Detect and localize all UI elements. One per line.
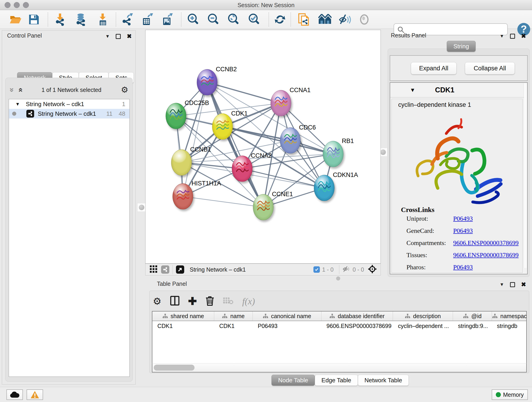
- network-list-options-gear-icon[interactable]: ⚙: [121, 86, 128, 94]
- gene-section-header[interactable]: ▼ CDK1: [390, 83, 524, 97]
- results-scrollbar[interactable]: [524, 83, 527, 268]
- results-panel-close-icon[interactable]: ✖: [521, 32, 526, 40]
- table-cell[interactable]: P06493: [253, 321, 322, 331]
- node-HIST1H1A[interactable]: [172, 183, 193, 210]
- import-network-icon: [54, 13, 66, 26]
- export-table-button[interactable]: [140, 13, 154, 26]
- node-CDC25B[interactable]: [166, 103, 186, 129]
- tree-expand-icon[interactable]: ▼: [15, 102, 20, 107]
- import-network-from-file-button[interactable]: [53, 13, 67, 26]
- column-header-description[interactable]: description: [393, 312, 453, 321]
- first-neighbors-button[interactable]: [318, 13, 332, 26]
- results-panel-menu-icon[interactable]: ▼: [500, 33, 504, 39]
- selected-nodes-checkbox[interactable]: [313, 266, 320, 273]
- tab-edge-table[interactable]: Edge Table: [315, 375, 358, 386]
- network-tree-child-row[interactable]: String Network – cdk1 11 48: [9, 109, 129, 119]
- node-CCNA2[interactable]: [232, 156, 253, 182]
- show-columns-icon[interactable]: [170, 296, 179, 306]
- node-label-HIST1H1A: HIST1H1A: [191, 180, 221, 187]
- warnings-button[interactable]: [27, 389, 43, 400]
- node-CCNB1[interactable]: [171, 149, 192, 176]
- edge-CCNB2-CCNE1[interactable]: [207, 82, 263, 207]
- network-tree-root-row[interactable]: ▼ String Network – cdk1 1: [9, 99, 129, 109]
- cloud-button[interactable]: [6, 389, 23, 400]
- tab-node-table[interactable]: Node Table: [272, 375, 315, 386]
- table-panel-float-icon[interactable]: [510, 282, 515, 287]
- function-builder-icon: f(x): [242, 296, 255, 307]
- zoom-fit-button[interactable]: [226, 13, 240, 26]
- zoom-selected-button[interactable]: [247, 13, 261, 26]
- network-canvas[interactable]: CCNB2CCNA1CDC25BCDK1CDC6RB1CCNB1CCNA2CDK…: [145, 30, 381, 264]
- table-cell[interactable]: cyclin–dependent ...: [393, 321, 453, 331]
- control-panel-float-icon[interactable]: [116, 34, 121, 39]
- delete-column-trash-icon[interactable]: [206, 296, 214, 307]
- gene-collapse-icon[interactable]: ▼: [410, 87, 415, 93]
- import-table-from-file-button[interactable]: [96, 13, 109, 26]
- memory-button[interactable]: Memory: [492, 389, 528, 400]
- grid-view-icon[interactable]: [150, 265, 157, 274]
- column-header-database-identifier[interactable]: database identifier: [322, 312, 393, 321]
- table-cell[interactable]: stringdb: [492, 321, 527, 331]
- expand-all-networks-icon[interactable]: »: [15, 88, 24, 92]
- edge-count: 48: [119, 110, 125, 117]
- table-panel-close-icon[interactable]: ✖: [521, 281, 526, 288]
- edge-CCNA2-CDKN1A[interactable]: [242, 169, 324, 188]
- hide-selected-button[interactable]: [338, 13, 352, 26]
- import-network-from-database-button[interactable]: [74, 13, 88, 26]
- tab-string[interactable]: String: [447, 41, 476, 52]
- scrollbar-thumb[interactable]: [154, 365, 195, 370]
- crosslink-link[interactable]: P06493: [453, 264, 473, 271]
- node-CCNB2[interactable]: [197, 69, 217, 95]
- column-header--id[interactable]: @id: [453, 312, 492, 321]
- table-cell[interactable]: stringdb:9...: [453, 321, 492, 331]
- node-CCNE1[interactable]: [253, 194, 273, 220]
- crosslink-link[interactable]: 9606.ENSP00000378699: [453, 251, 519, 259]
- table-cell[interactable]: 9606.ENSP00000378699: [322, 321, 393, 331]
- column-header-canonical-name[interactable]: canonical name: [253, 312, 322, 321]
- node-CCNA1[interactable]: [271, 90, 291, 116]
- crosslink-link[interactable]: P06493: [453, 215, 473, 222]
- crosslink-link[interactable]: 9606.ENSP00000378699: [453, 239, 519, 247]
- open-session-button[interactable]: [9, 13, 22, 26]
- save-session-button[interactable]: [27, 13, 41, 26]
- table-cell[interactable]: CDK1: [214, 321, 253, 331]
- table-row[interactable]: CDK1CDK1P064939606.ENSP00000378699cyclin…: [152, 321, 526, 331]
- center-view-crosshair-icon[interactable]: [368, 264, 377, 274]
- node-CDK1[interactable]: [212, 114, 233, 140]
- collapse-all-button[interactable]: Collapse All: [465, 62, 515, 75]
- column-header-name[interactable]: name: [214, 312, 253, 321]
- edge-CDK1-RB1[interactable]: [222, 127, 333, 154]
- control-panel-menu-icon[interactable]: ▼: [105, 34, 110, 39]
- results-panel-float-icon[interactable]: [510, 34, 515, 39]
- crosslink-link[interactable]: P06493: [453, 227, 473, 235]
- export-table-icon: [141, 13, 153, 26]
- expand-all-button[interactable]: Expand All: [411, 62, 457, 75]
- export-network-button[interactable]: [120, 13, 134, 26]
- node-RB1[interactable]: [323, 141, 343, 167]
- column-header-shared-name[interactable]: shared name: [152, 312, 214, 321]
- table-panel-menu-icon[interactable]: ▼: [500, 282, 504, 287]
- left-splitter-handle[interactable]: [137, 203, 146, 212]
- crosslink-row: Uniprot:P06493: [406, 215, 521, 225]
- column-type-icon: [492, 313, 498, 319]
- control-panel-close-icon[interactable]: ✖: [127, 33, 132, 40]
- zoom-out-button[interactable]: [206, 13, 220, 26]
- create-column-plus-icon[interactable]: ✚: [188, 295, 197, 307]
- table-horizontal-scrollbar[interactable]: [152, 363, 527, 372]
- birdseye-view-icon[interactable]: [176, 265, 184, 274]
- edge-HIST1H1A-CCNE1[interactable]: [183, 196, 263, 207]
- table-options-gear-icon[interactable]: ⚙: [153, 296, 162, 307]
- show-hidden-button[interactable]: [357, 13, 371, 26]
- network-view-type-icon[interactable]: [161, 265, 169, 274]
- export-image-button[interactable]: [160, 13, 174, 26]
- toolbar-separator: [48, 12, 48, 27]
- table-cell[interactable]: CDK1: [152, 321, 214, 331]
- column-header-namespac[interactable]: namespac: [492, 312, 527, 321]
- tab-network-table[interactable]: Network Table: [358, 375, 409, 386]
- node-CDKN1A[interactable]: [314, 175, 335, 201]
- new-network-from-selection-button[interactable]: [297, 13, 311, 26]
- node-CDC6[interactable]: [280, 128, 301, 153]
- apply-preferred-layout-button[interactable]: [273, 13, 287, 26]
- gene-description: cyclin–dependent kinase 1: [398, 101, 471, 108]
- zoom-in-button[interactable]: [186, 13, 200, 26]
